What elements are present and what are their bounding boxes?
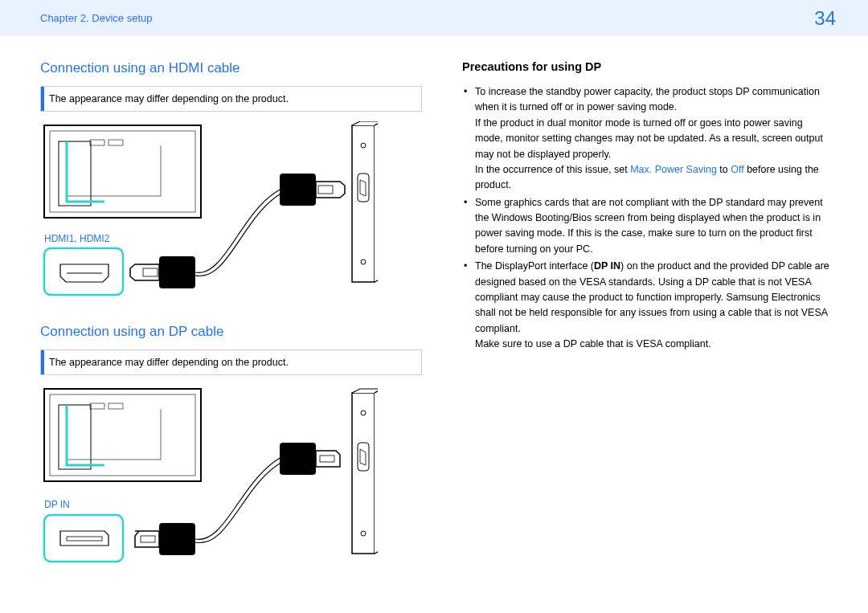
hdmi-note-box: The appearance may differ depending on t… [40, 86, 422, 112]
pc-tower-icon-2 [352, 389, 378, 554]
left-column: Connection using an HDMI cable The appea… [40, 60, 422, 591]
svg-rect-28 [280, 443, 316, 475]
pc-tower-icon [352, 121, 378, 282]
dp-in-label: DP IN [594, 260, 620, 272]
precaution-item-3: The DisplayPort interface (DP IN) on the… [462, 259, 832, 352]
dp-port-label-svg: DP IN [44, 499, 70, 510]
svg-rect-25 [67, 537, 102, 541]
svg-rect-30 [352, 393, 375, 554]
hdmi-port-label-svg: HDMI1, HDMI2 [44, 233, 110, 244]
dp-connection-diagram: DP IN [40, 385, 422, 569]
svg-rect-9 [159, 256, 195, 288]
precaution-item-2: Some graphics cards that are not complia… [462, 195, 832, 258]
hdmi-plug-right-icon [280, 174, 345, 206]
max-power-saving-label: Max. Power Saving [630, 164, 717, 175]
precautions-list: To increase the standby power capacity, … [462, 84, 832, 352]
svg-rect-13 [352, 125, 375, 282]
precautions-title: Precautions for using DP [462, 60, 832, 73]
page-content: Connection using an HDMI cable The appea… [0, 36, 868, 591]
hdmi-connection-diagram: HDMI1, HDMI2 [40, 121, 422, 301]
dp-section-title: Connection using an DP cable [40, 324, 422, 340]
page-number: 34 [814, 7, 836, 30]
dp-plug-right-icon [280, 443, 340, 475]
hdmi-plug-left-icon [130, 256, 195, 288]
precaution-item-1: To increase the standby power capacity, … [462, 84, 832, 194]
dp-plug-left-icon [135, 523, 195, 555]
svg-rect-26 [159, 523, 195, 555]
page-header: Chapter 2. Device setup 34 [0, 0, 868, 36]
dp-note-box: The appearance may differ depending on t… [40, 349, 422, 375]
hdmi-section-title: Connection using an HDMI cable [40, 60, 422, 76]
right-column: Precautions for using DP To increase the… [462, 60, 832, 591]
svg-rect-7 [44, 248, 123, 295]
off-label: Off [731, 164, 743, 175]
svg-rect-24 [44, 515, 123, 562]
svg-rect-11 [280, 174, 316, 206]
chapter-label: Chapter 2. Device setup [40, 12, 152, 24]
